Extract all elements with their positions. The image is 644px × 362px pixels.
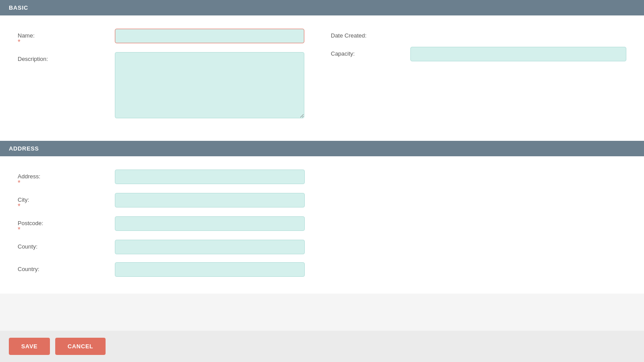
capacity-label: Capacity: [331,47,410,57]
basic-section: BASIC Name: * [0,0,644,141]
address-required-dot: * [18,181,115,185]
postcode-label: Postcode: * [18,216,115,232]
address-label: Address: * [18,170,115,185]
name-label: Name: * [18,29,115,44]
country-input-wrap [115,262,305,277]
address-section-header: ADDRESS [0,141,644,156]
city-row: City: * [18,193,626,208]
basic-left-col: Name: * Description: [18,29,322,128]
name-row: Name: * [18,29,304,44]
address-header-text: ADDRESS [9,145,39,152]
description-row: Description: [18,52,304,120]
country-label: Country: [18,262,115,272]
county-input[interactable] [115,240,305,254]
name-input[interactable] [115,29,304,43]
address-input[interactable] [115,170,305,184]
basic-header-text: BASIC [9,4,28,11]
save-button[interactable]: SAVE [9,338,50,355]
county-input-wrap [115,240,305,254]
cancel-button[interactable]: CANCEL [55,338,106,355]
county-label: County: [18,240,115,250]
footer-bar: SAVE CANCEL [0,331,644,362]
country-input[interactable] [115,262,305,277]
city-required-dot: * [18,205,115,208]
date-created-row: Date Created: [331,29,626,39]
description-label: Description: [18,52,115,62]
postcode-input-wrap [115,216,305,231]
city-input[interactable] [115,193,305,207]
country-row: Country: [18,262,626,277]
description-input-wrap [115,52,304,120]
city-label: City: * [18,193,115,208]
address-section: ADDRESS Address: * City: * [0,141,644,294]
address-row: Address: * [18,170,626,185]
name-required-dot: * [18,41,115,44]
postcode-required-dot: * [18,228,115,232]
capacity-input-wrap [410,47,626,61]
postcode-input[interactable] [115,216,305,231]
address-input-wrap [115,170,305,184]
city-input-wrap [115,193,305,207]
name-input-wrap [115,29,304,43]
date-created-label: Date Created: [331,29,410,39]
postcode-row: Postcode: * [18,216,626,232]
basic-section-header: BASIC [0,0,644,15]
description-input[interactable] [115,52,304,118]
capacity-row: Capacity: [331,47,626,61]
county-row: County: [18,240,626,254]
capacity-input[interactable] [410,47,626,61]
basic-right-col: Date Created: Capacity: [322,29,626,128]
